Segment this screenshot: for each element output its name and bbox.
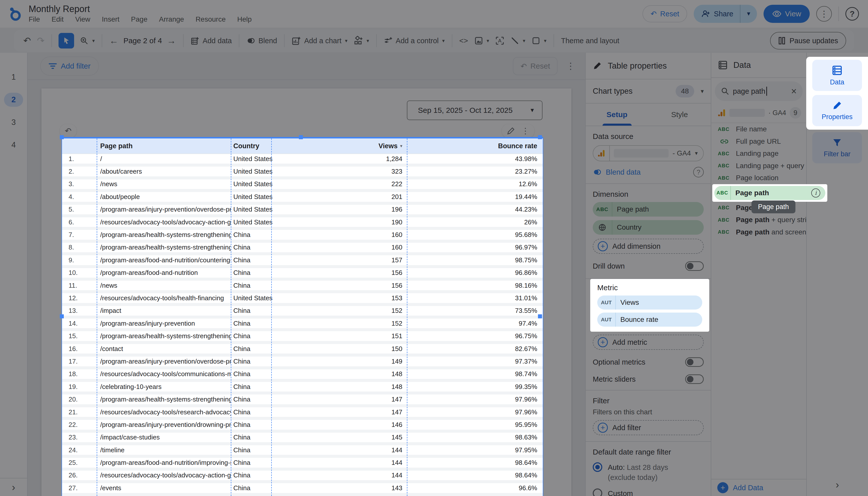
dimension-chip-page-path[interactable]: ABC Page path: [593, 202, 704, 217]
resize-handle[interactable]: [60, 314, 64, 319]
add-data-bottom-button[interactable]: + Add Data: [711, 479, 806, 496]
more-options-button[interactable]: ⋮: [816, 6, 832, 21]
chart-types-count-badge: 48: [676, 85, 694, 97]
field-file-name[interactable]: ABCFile name: [711, 123, 806, 136]
rail-filter-bar-button[interactable]: Filter bar: [812, 132, 862, 163]
expand-page-panel-button[interactable]: ›: [0, 478, 27, 496]
date-range-auto-option[interactable]: Auto: Last 28 days (exclude today): [593, 462, 704, 482]
add-metric-button[interactable]: + Add metric: [593, 335, 704, 350]
menu-file[interactable]: File: [29, 15, 40, 24]
undo-button[interactable]: ↶: [23, 36, 31, 45]
text-button[interactable]: A: [495, 36, 504, 45]
metric-chip-bounce-rate[interactable]: AUT Bounce rate: [597, 313, 702, 327]
redo-button[interactable]: ↷: [37, 36, 45, 45]
rail-data-button[interactable]: Data: [812, 60, 862, 91]
page-nav-item-4[interactable]: 4: [0, 134, 27, 156]
shape-button[interactable]: ▾: [532, 36, 547, 45]
share-dropdown[interactable]: ▼: [740, 5, 757, 23]
help-button[interactable]: ?: [846, 7, 859, 20]
field-page-path-query-string-and-screen-[interactable]: ABCPage path + query string and screen..…: [711, 214, 806, 226]
pause-icon: [778, 36, 786, 45]
report-title[interactable]: Monthly Report: [29, 4, 252, 14]
field-search-input[interactable]: page path ×: [715, 81, 803, 101]
resize-handle[interactable]: [299, 135, 303, 139]
blend-button[interactable]: Blend: [247, 36, 277, 45]
zoom-tool-button[interactable]: ▾: [80, 36, 95, 45]
canvas-reset-button[interactable]: ↶ Reset: [513, 57, 557, 75]
rail-properties-button[interactable]: Properties: [812, 95, 862, 126]
field-full-page-url[interactable]: Full page URL: [711, 136, 806, 148]
view-button[interactable]: View: [763, 5, 810, 23]
table-row: 14./program-areas/injury-preventionChina…: [62, 319, 543, 331]
menu-arrange[interactable]: Arrange: [159, 15, 184, 24]
bounce-rate-header[interactable]: Bounce rate: [407, 142, 543, 150]
dimension-chip-country[interactable]: Country: [593, 220, 704, 235]
community-viz-button[interactable]: ▾: [353, 36, 369, 46]
help-circle-icon[interactable]: ?: [693, 167, 704, 177]
tab-setup[interactable]: Setup: [586, 104, 648, 126]
next-page-button[interactable]: →: [167, 36, 176, 45]
default-date-range-section: Default date range filter Auto: Last 28 …: [586, 442, 711, 496]
data-source-chip[interactable]: - GA4 ▾: [593, 145, 704, 161]
menu-insert[interactable]: Insert: [102, 15, 120, 24]
page-indicator[interactable]: Page 2 of 4: [123, 36, 162, 45]
date-range-custom-option[interactable]: Custom: [593, 489, 704, 496]
table-cell: United States: [231, 180, 271, 188]
embed-button[interactable]: <>: [459, 37, 468, 45]
drill-down-toggle[interactable]: [685, 261, 704, 271]
date-range-control[interactable]: Sep 15, 2025 - Oct 12, 2025 ▼: [407, 100, 542, 120]
field-page-path-highlighted[interactable]: ABC Page path i: [714, 186, 825, 200]
kebab-icon[interactable]: ⋮: [521, 126, 530, 136]
country-header[interactable]: Country: [231, 142, 271, 150]
reset-button[interactable]: ↶ Reset: [643, 5, 687, 22]
metric-sliders-toggle[interactable]: [685, 374, 704, 384]
add-data-button[interactable]: Add data: [191, 36, 232, 45]
pause-updates-label: Pause updates: [790, 37, 838, 45]
chart-types-row[interactable]: Chart types 48 ▾: [586, 79, 711, 104]
add-dimension-button[interactable]: + Add dimension: [593, 239, 704, 254]
chevron-down-icon[interactable]: ▾: [701, 88, 704, 95]
pause-updates-button[interactable]: Pause updates: [770, 32, 846, 49]
field-landing-page[interactable]: ABCLanding page: [711, 148, 806, 160]
field-page-path-and-screen-class[interactable]: ABCPage path and screen class: [711, 226, 806, 238]
add-control-button[interactable]: Add a control ▾: [384, 36, 445, 45]
page-nav-item-1[interactable]: 1: [0, 66, 27, 89]
info-icon[interactable]: i: [811, 188, 820, 198]
menu-page[interactable]: Page: [131, 15, 147, 24]
data-source-label: Data source: [593, 132, 704, 141]
share-button[interactable]: Share ▼: [694, 5, 757, 23]
blend-data-link[interactable]: Blend data: [606, 168, 641, 176]
add-filter-button[interactable]: Add filter: [40, 57, 99, 76]
add-filter-chart-button[interactable]: + Add filter: [593, 420, 704, 435]
page-path-header[interactable]: Page path: [97, 142, 231, 150]
page-nav-item-2[interactable]: 2: [0, 89, 27, 111]
field-landing-page-query-string[interactable]: ABCLanding page + query string: [711, 160, 806, 172]
theme-layout-button[interactable]: Theme and layout: [561, 37, 619, 45]
table-cell: 31.01%: [407, 294, 543, 302]
resize-handle[interactable]: [60, 135, 64, 139]
resize-handle[interactable]: [538, 135, 542, 139]
page-nav-item-3[interactable]: 3: [0, 111, 27, 134]
collapse-panel-button[interactable]: ›: [807, 479, 868, 491]
menu-resource[interactable]: Resource: [196, 15, 226, 24]
resize-handle[interactable]: [538, 314, 542, 319]
edit-pencil-icon[interactable]: [507, 127, 515, 135]
canvas-more-button[interactable]: ⋮: [566, 61, 575, 71]
tab-style[interactable]: Style: [648, 104, 711, 126]
line-button[interactable]: ▾: [510, 36, 525, 45]
table-chart[interactable]: Page path Country Views ▾ Bounce rate 1.…: [62, 137, 543, 496]
menu-view[interactable]: View: [75, 15, 90, 24]
share-label: Share: [714, 10, 733, 18]
select-tool-button[interactable]: [59, 33, 74, 48]
datasource-row[interactable]: · GA4 9: [711, 103, 806, 123]
clear-search-icon[interactable]: ×: [791, 87, 797, 96]
add-chart-button[interactable]: Add a chart ▾: [291, 36, 347, 46]
optional-metrics-toggle[interactable]: [685, 357, 704, 367]
menu-edit[interactable]: Edit: [51, 15, 64, 24]
metric-chip-views[interactable]: AUT Views: [597, 295, 702, 310]
image-button[interactable]: ▾: [474, 36, 489, 45]
menu-help[interactable]: Help: [237, 15, 252, 24]
views-header[interactable]: Views ▾: [271, 142, 407, 150]
prev-page-button[interactable]: ←: [109, 36, 118, 45]
field-page-location[interactable]: ABCPage location: [711, 172, 806, 184]
